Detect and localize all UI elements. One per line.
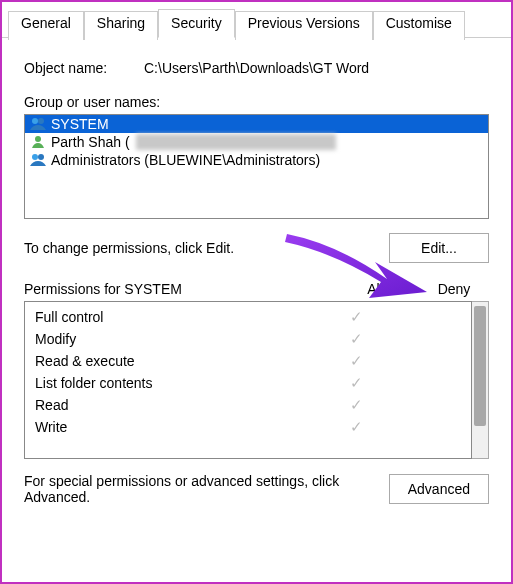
group-label: Group or user names:: [24, 94, 489, 110]
perm-row: List folder contents ✓: [25, 372, 471, 394]
object-row: Object name: C:\Users\Parth\Downloads\GT…: [24, 60, 489, 76]
tab-previous-versions[interactable]: Previous Versions: [235, 11, 373, 40]
edit-row: To change permissions, click Edit. Edit.…: [24, 233, 489, 263]
edit-hint-text: To change permissions, click Edit.: [24, 240, 389, 256]
security-panel: Object name: C:\Users\Parth\Downloads\GT…: [2, 38, 511, 517]
perm-name: Full control: [35, 309, 321, 325]
advanced-row: For special permissions or advanced sett…: [24, 473, 489, 505]
check-icon: ✓: [321, 418, 391, 436]
advanced-hint-text: For special permissions or advanced sett…: [24, 473, 389, 505]
users-group-icon: [29, 116, 47, 132]
deny-header: Deny: [419, 281, 489, 297]
perm-row: Read & execute ✓: [25, 350, 471, 372]
tab-sharing[interactable]: Sharing: [84, 11, 158, 40]
object-name-value: C:\Users\Parth\Downloads\GT Word: [144, 60, 489, 76]
svg-point-1: [38, 118, 44, 124]
edit-button[interactable]: Edit...: [389, 233, 489, 263]
svg-point-4: [38, 154, 44, 160]
perm-row: Write ✓: [25, 416, 471, 438]
perm-name: Modify: [35, 331, 321, 347]
svg-point-2: [35, 136, 41, 142]
advanced-button[interactable]: Advanced: [389, 474, 489, 504]
users-listbox[interactable]: SYSTEM Parth Shah ( Administrators (BLUE…: [24, 114, 489, 219]
tabs-bar: General Sharing Security Previous Versio…: [2, 2, 511, 38]
perm-name: Read: [35, 397, 321, 413]
user-label: SYSTEM: [51, 116, 109, 132]
allow-header: Allow: [349, 281, 419, 297]
user-label: Parth Shah (: [51, 134, 130, 150]
user-item-parth[interactable]: Parth Shah (: [25, 133, 488, 151]
tab-general[interactable]: General: [8, 11, 84, 40]
check-icon: ✓: [321, 330, 391, 348]
permissions-listbox[interactable]: Full control ✓ Modify ✓ Read & execute ✓…: [24, 301, 472, 459]
tab-customise[interactable]: Customise: [373, 11, 465, 40]
tab-security[interactable]: Security: [158, 9, 235, 38]
svg-point-3: [32, 154, 38, 160]
svg-point-0: [32, 118, 38, 124]
redacted-text: [136, 134, 336, 150]
user-label: Administrators (BLUEWINE\Administrators): [51, 152, 320, 168]
check-icon: ✓: [321, 374, 391, 392]
user-icon: [29, 134, 47, 150]
perm-row: Read ✓: [25, 394, 471, 416]
object-name-label: Object name:: [24, 60, 144, 76]
permissions-header: Permissions for SYSTEM Allow Deny: [24, 281, 489, 297]
perm-row: Full control ✓: [25, 306, 471, 328]
check-icon: ✓: [321, 308, 391, 326]
perm-row: Modify ✓: [25, 328, 471, 350]
perm-name: Write: [35, 419, 321, 435]
check-icon: ✓: [321, 396, 391, 414]
perm-name: Read & execute: [35, 353, 321, 369]
user-item-system[interactable]: SYSTEM: [25, 115, 488, 133]
perm-name: List folder contents: [35, 375, 321, 391]
users-group-icon: [29, 152, 47, 168]
scrollbar-thumb[interactable]: [474, 306, 486, 426]
user-item-admins[interactable]: Administrators (BLUEWINE\Administrators): [25, 151, 488, 169]
scrollbar[interactable]: [472, 301, 489, 459]
check-icon: ✓: [321, 352, 391, 370]
permissions-for-label: Permissions for SYSTEM: [24, 281, 349, 297]
